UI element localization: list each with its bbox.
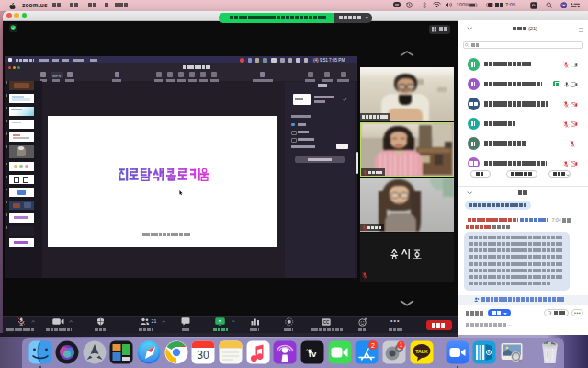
svg-text:2: 2 [371,341,375,348]
svg-text:TALK: TALK [415,349,428,354]
svg-text:1: 1 [400,341,403,348]
svg-text:30: 30 [198,349,210,362]
svg-text:CC: CC [322,319,329,324]
